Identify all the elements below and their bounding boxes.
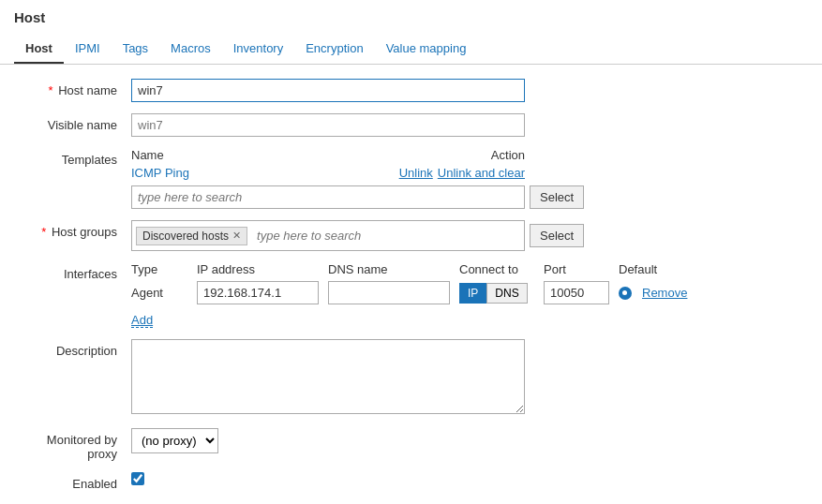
visible-name-label: Visible name [19,113,131,132]
interface-dns-input-0[interactable] [328,281,450,304]
page-title: Host [14,9,45,25]
interface-default-col-0: Remove [619,286,687,300]
interface-row-0: Agent IP DNS Remove [131,281,803,304]
tab-encryption[interactable]: Encryption [294,35,374,64]
template-name-0: ICMP Ping [131,166,189,180]
tab-value-mapping[interactable]: Value mapping [375,35,478,64]
host-groups-select-button[interactable]: Select [530,224,584,247]
col-header-connect: Connect to [459,262,534,276]
visible-name-input[interactable] [131,113,525,137]
templates-search-row: Select [131,185,803,209]
enabled-label: Enabled [19,472,131,491]
interfaces-add-link[interactable]: Add [131,313,153,328]
tabs-container: Host IPMI Tags Macros Inventory Encrypti… [0,35,822,65]
connect-ip-button-0[interactable]: IP [459,283,486,304]
host-name-row: * Host name [19,79,803,102]
host-groups-row: * Host groups Discovered hosts ✕ Select [19,220,803,251]
interface-type-0: Agent [131,286,187,300]
visible-name-row: Visible name [19,113,803,137]
interfaces-header: Type IP address DNS name Connect to Port… [131,262,803,276]
unlink-clear-button-0[interactable]: Unlink and clear [438,166,525,180]
templates-row: Templates Name Action ICMP Ping Unlink U… [19,148,803,209]
host-name-input[interactable] [131,79,525,102]
proxy-label: Monitored by proxy [19,428,131,461]
tab-tags[interactable]: Tags [112,35,159,64]
connect-to-buttons-0: IP DNS [459,283,534,304]
col-header-dns: DNS name [328,262,450,276]
host-groups-search-input[interactable] [251,225,520,246]
tab-inventory[interactable]: Inventory [222,35,294,64]
page-header: Host [0,0,822,30]
description-textarea[interactable] [131,339,525,414]
templates-select-button[interactable]: Select [530,185,584,209]
interfaces-row: Interfaces Type IP address DNS name Conn… [19,262,803,328]
tab-host[interactable]: Host [14,35,64,64]
host-groups-label: * Host groups [19,220,131,239]
interfaces-label: Interfaces [19,262,131,281]
templates-name-col: Name [131,148,164,162]
col-header-ip: IP address [197,262,319,276]
interface-port-input-0[interactable] [544,281,609,304]
templates-label: Templates [19,148,131,167]
template-item-0: ICMP Ping Unlink Unlink and clear [131,166,525,180]
connect-dns-button-0[interactable]: DNS [486,283,527,304]
interface-ip-input-0[interactable] [197,281,319,304]
proxy-row: Monitored by proxy (no proxy) [19,428,803,461]
col-header-type: Type [131,262,187,276]
description-row: Description [19,339,803,417]
description-label: Description [19,339,131,358]
templates-action-col: Action [491,148,525,162]
host-group-tag-close-0[interactable]: ✕ [232,230,241,242]
templates-search-input[interactable] [131,185,525,209]
host-name-label: * Host name [19,79,131,97]
col-header-port: Port [544,262,609,276]
host-group-tag-0: Discovered hosts ✕ [136,227,247,245]
unlink-button-0[interactable]: Unlink [399,166,433,180]
proxy-select[interactable]: (no proxy) [131,428,218,453]
interface-default-radio-0[interactable] [619,287,632,300]
form-body: * Host name Visible name Templates Name … [0,65,822,504]
col-header-default: Default [619,262,675,276]
enabled-row: Enabled [19,472,803,491]
templates-header: Name Action [131,148,525,162]
host-groups-tags-area[interactable]: Discovered hosts ✕ [131,220,525,251]
interface-remove-0[interactable]: Remove [642,286,687,300]
tab-macros[interactable]: Macros [159,35,222,64]
tab-ipmi[interactable]: IPMI [64,35,112,64]
enabled-checkbox[interactable] [131,472,144,485]
